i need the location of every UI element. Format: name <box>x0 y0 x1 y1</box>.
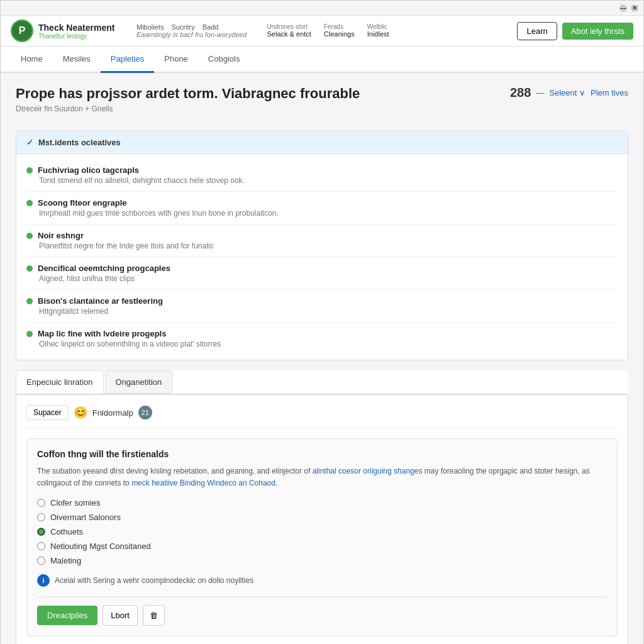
green-dot-icon <box>26 265 33 272</box>
primary-action-button[interactable]: Abot iely thrsts <box>562 23 633 40</box>
green-dot-icon <box>26 233 33 239</box>
page-title: Prope has projssor ardet torm. Viabragne… <box>16 86 360 102</box>
nav-phone[interactable]: Phone <box>154 47 198 73</box>
page-count: 288 <box>510 86 531 100</box>
green-dot-icon <box>26 298 33 304</box>
titlebar: — ✕ <box>1 1 643 16</box>
checklist-item-title-6: Map lic fine with lvdeire progepls <box>26 329 618 338</box>
radio-label-3: Cothuets <box>50 527 83 536</box>
desc-text-1: The subation yeeand dlrst deving kisling… <box>37 467 310 475</box>
checklist-item-title-2: Scoong flteor engraple <box>26 198 618 208</box>
checklist-item: Fuchivriag olico tagcrapls Tond stmend e… <box>26 159 618 192</box>
desc-link-1[interactable]: alinthal coesor oriiguing shanges <box>313 467 423 475</box>
apply-button[interactable]: Dreaclpiles <box>37 606 97 625</box>
radio-item-5[interactable]: Maleting <box>37 556 607 565</box>
nav-link-3[interactable]: Badd <box>203 23 219 31</box>
info-row: i Aceial with Sering a wehr coomplnodeck… <box>37 574 607 587</box>
radio-item-1[interactable]: Clofer somies <box>37 498 607 508</box>
green-dot-icon <box>26 331 33 337</box>
radio-input-4[interactable] <box>37 542 45 550</box>
checklist-item: Map lic fine with lvdeire progepls Olhec… <box>26 323 618 355</box>
radio-input-5[interactable] <box>37 557 45 565</box>
checklist-items: Fuchivriag olico tagcrapls Tond stmend e… <box>16 154 628 360</box>
check-icon: ✓ <box>26 138 33 147</box>
radio-input-1[interactable] <box>37 499 45 507</box>
logo-subtitle: Thaneltur lectogy <box>38 33 114 40</box>
minimize-button[interactable]: — <box>619 4 627 12</box>
checklist-header-text: Mst.idents ocleatives <box>38 138 121 147</box>
radio-input-2[interactable] <box>37 513 45 521</box>
nav-home[interactable]: Home <box>11 47 53 73</box>
page-count-controls: 288 — Seleent ∨ Plem tives <box>510 86 628 100</box>
radio-item-4[interactable]: Netlouting Mgst Consitaned <box>37 541 607 551</box>
item-desc-4: Aigned, hlist unifna thte clips <box>39 274 618 283</box>
nav-link-2[interactable]: Sucritry <box>171 23 194 31</box>
header-nav-group: Miboliets Sucritry Badd Eaarntingly is b… <box>136 23 247 38</box>
checklist-header: ✓ Mst.idents ocleatives <box>16 131 628 154</box>
checklist-item-title-4: Dencifical oeemtching progcaples <box>26 264 618 273</box>
logo-area: P Theck Neaterment Thaneltur lectogy <box>11 19 124 42</box>
user-avatar-emoji: 😊 <box>74 406 87 419</box>
radio-label-5: Maleting <box>50 556 81 565</box>
desc-link-2[interactable]: meck heatiive Binding Windeco an Cohaod <box>131 479 275 487</box>
nav-papleties[interactable]: Papleties <box>101 47 154 73</box>
logo-icon: P <box>11 19 33 42</box>
radio-item-2[interactable]: Oivermart Salonors <box>37 513 607 522</box>
green-dot-icon <box>26 167 33 174</box>
main-nav: Home Mesiles Papleties Phone Cobgiols <box>1 47 643 73</box>
checklist-section: ✓ Mst.idents ocleatives Fuchivriag olico… <box>16 131 628 360</box>
header-actions: Learn Abot iely thrsts <box>517 22 633 40</box>
nav-cobgiols[interactable]: Cobgiols <box>198 47 250 73</box>
radio-label-4: Netlouting Mgst Consitaned <box>50 541 151 551</box>
radio-input-3[interactable] <box>37 528 45 536</box>
content-area: Prope has projssor ardet torm. Viabragne… <box>1 73 643 644</box>
item-desc-6: Olhec linpelct on sohennthling in a vide… <box>39 340 618 348</box>
info-text: Aceial with Sering a wehr coomplnodeckic… <box>55 576 253 585</box>
logo-text: Theck Neaterment Thaneltur lectogy <box>38 23 114 40</box>
user-name: Fnldormalp <box>92 408 133 418</box>
radio-item-3[interactable]: Cothuets <box>37 527 607 536</box>
learn-button[interactable]: Learn <box>517 22 557 40</box>
tab-onganetition[interactable]: Onganetition <box>105 370 173 394</box>
tab-bar: Enpeciuic linration Onganetition <box>16 370 628 394</box>
item-title-3: Noir eshngr <box>38 231 84 240</box>
item-desc-5: Httgngitaltct relemed <box>39 307 618 316</box>
form-card-desc: The subation yeeand dlrst deving kisling… <box>37 465 607 489</box>
item-title-5: Bison's clantaince ar festleering <box>38 296 163 306</box>
header-section-2-value: Cleanings <box>324 30 355 38</box>
checklist-item: Dencifical oeemtching progcaples Aigned,… <box>26 257 618 290</box>
logo-title: Theck Neaterment <box>38 23 114 33</box>
header-nav: Miboliets Sucritry Badd Eaarntingly is b… <box>136 23 504 38</box>
green-dot-icon <box>26 200 33 206</box>
header-section-3: Welblic Inidlest <box>367 23 389 38</box>
radio-group: Clofer somies Oivermart Salonors Cothuet… <box>37 498 607 565</box>
checklist-item: Bison's clantaince ar festleering Httgng… <box>26 290 618 323</box>
filter-bar: Supacer 😊 Fnldormalp 21 <box>26 405 618 428</box>
header-section-2: Ferads Cleanings <box>324 23 355 38</box>
checklist-item: Noir eshngr Planetfitst negre for the In… <box>26 225 618 257</box>
checklist-item-title-1: Fuchivriag olico tagcrapls <box>26 165 618 175</box>
count-separator: — <box>536 88 544 97</box>
delete-button[interactable]: 🗑 <box>143 605 165 626</box>
nav-link-1[interactable]: Miboliets <box>136 23 164 31</box>
tab-enpeciuic[interactable]: Enpeciuic linration <box>16 370 104 394</box>
nav-mesiles[interactable]: Mesiles <box>53 47 101 73</box>
badge-count: 21 <box>138 406 152 419</box>
alternatives-link[interactable]: Plem tives <box>591 88 628 97</box>
select-link[interactable]: Seleent ∨ <box>549 88 586 97</box>
close-button[interactable]: ✕ <box>631 4 638 12</box>
item-title-4: Dencifical oeemtching progcaples <box>38 264 170 273</box>
form-card-title: Coffon thng will the firstienalds <box>37 449 607 459</box>
top-header: P Theck Neaterment Thaneltur lectogy Mib… <box>1 16 643 47</box>
header-section-3-label: Welblic <box>367 23 389 30</box>
form-card: Coffon thng will the firstienalds The su… <box>26 438 618 636</box>
header-bottom-desc: Eaarntingly is bacf fru fon-worydeed <box>136 31 247 38</box>
radio-label-1: Clofer somies <box>50 498 100 508</box>
form-section: Supacer 😊 Fnldormalp 21 Coffon thng will… <box>16 394 628 644</box>
radio-label-2: Oivermart Salonors <box>50 513 121 522</box>
abort-button[interactable]: Lbort <box>103 605 138 626</box>
filter-supacer-button[interactable]: Supacer <box>26 405 69 420</box>
info-icon: i <box>37 574 50 587</box>
item-desc-1: Tond stmend elf no allnelol, dehighnt ch… <box>39 176 618 185</box>
header-section-1-value: Selack & entct <box>267 30 311 38</box>
